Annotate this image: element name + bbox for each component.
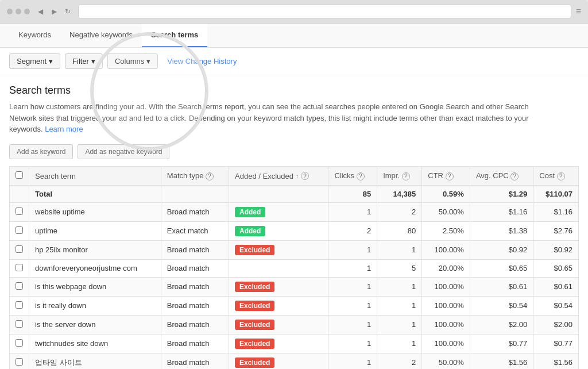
row-clicks: 2 [328, 221, 377, 240]
row-search-term: downforeveryoneorjustme com [29, 259, 161, 277]
row-checkbox[interactable] [16, 282, 23, 290]
row-badge-cell: Added [229, 221, 328, 240]
row-cost: $0.92 [533, 240, 579, 259]
row-impr: 5 [377, 259, 422, 277]
status-badge: Excluded [235, 245, 274, 255]
row-clicks: 1 [328, 240, 377, 259]
row-cost: $0.54 [533, 296, 579, 315]
total-ctr: 0.59% [422, 185, 470, 202]
row-search-term: hp 25iix monitor [29, 240, 161, 259]
nav-back-button[interactable]: ◀ [34, 6, 46, 17]
header-ctr: CTR ? [422, 166, 470, 185]
header-cost: Cost ? [533, 166, 579, 185]
status-badge: Added [235, 226, 265, 236]
header-added-excluded[interactable]: Added / Excluded ↑ ? [229, 166, 328, 185]
row-badge-cell: Excluded [229, 240, 328, 259]
row-clicks: 1 [328, 334, 377, 353]
row-avg-cpc: $0.77 [470, 334, 533, 353]
row-checkbox[interactable] [16, 245, 23, 253]
view-change-history-link[interactable]: View Change History [167, 57, 237, 66]
row-clicks: 1 [328, 202, 377, 221]
total-label: Total [29, 185, 161, 202]
row-cost: $1.56 [533, 353, 579, 369]
segment-label: Segment [17, 57, 47, 66]
menu-icon[interactable]: ≡ [576, 6, 581, 17]
row-match-type: Broad match [161, 259, 229, 277]
row-search-term: twitchnudes site down [29, 334, 161, 353]
row-checkbox[interactable] [16, 264, 23, 271]
table-row: is this webpage downBroad matchExcluded1… [10, 277, 579, 296]
table-row: is the server downBroad matchExcluded111… [10, 315, 579, 334]
row-match-type: Broad match [161, 315, 229, 334]
row-checkbox[interactable] [16, 358, 23, 366]
header-impr: Impr. ? [377, 166, 422, 185]
row-avg-cpc: $0.61 [470, 277, 533, 296]
total-row: Total 85 14,385 0.59% $1.29 $110.07 [10, 185, 579, 202]
tabs-bar: Keywords Negative keywords Search terms [0, 24, 588, 48]
columns-button[interactable]: Columns ▾ [107, 53, 158, 69]
tab-search-terms[interactable]: Search terms [142, 24, 207, 47]
row-search-term: is it really down [29, 296, 161, 315]
address-bar[interactable] [78, 5, 571, 18]
added-excluded-help-icon[interactable]: ? [301, 172, 309, 180]
add-as-keyword-button[interactable]: Add as keyword [9, 144, 73, 159]
row-match-type: Broad match [161, 240, 229, 259]
page-description: Learn how customers are finding your ad.… [9, 101, 549, 135]
nav-forward-button[interactable]: ▶ [48, 6, 60, 17]
header-avg-cpc: Avg. CPC ? [470, 166, 533, 185]
segment-button[interactable]: Segment ▾ [9, 53, 60, 69]
row-avg-cpc: $1.56 [470, 353, 533, 369]
row-cost: $0.65 [533, 259, 579, 277]
header-match-type: Match type ? [161, 166, 229, 185]
row-impr: 1 [377, 296, 422, 315]
row-impr: 80 [377, 221, 422, 240]
row-checkbox[interactable] [16, 207, 23, 215]
avg-cpc-help-icon[interactable]: ? [510, 172, 519, 180]
dot-1 [7, 9, 13, 14]
table-row: is it really downBroad matchExcluded1110… [10, 296, 579, 315]
cost-help-icon[interactable]: ? [557, 172, 565, 180]
filter-label: Filter [72, 57, 89, 66]
header-checkbox-cell [10, 166, 29, 185]
impr-help-icon[interactable]: ? [402, 172, 410, 180]
ctr-help-icon[interactable]: ? [446, 172, 454, 180]
main-content: Search terms Learn how customers are fin… [0, 75, 588, 369]
match-type-help-icon[interactable]: ? [206, 172, 214, 180]
select-all-checkbox[interactable] [16, 171, 23, 179]
row-ctr: 100.00% [422, 315, 470, 334]
toolbar: Segment ▾ Filter ▾ Columns ▾ View Change… [0, 48, 588, 75]
filter-dropdown-icon: ▾ [91, 57, 95, 66]
row-ctr: 100.00% [422, 334, 470, 353]
tab-keywords[interactable]: Keywords [9, 24, 60, 47]
row-checkbox[interactable] [16, 226, 23, 234]
total-clicks: 85 [328, 185, 377, 202]
row-ctr: 100.00% [422, 240, 470, 259]
row-checkbox[interactable] [16, 320, 23, 328]
row-clicks: 1 [328, 296, 377, 315]
learn-more-link[interactable]: Learn more [45, 125, 83, 133]
row-badge-cell: Excluded [229, 277, 328, 296]
row-search-term: is this webpage down [29, 277, 161, 296]
tab-negative-keywords[interactable]: Negative keywords [60, 24, 142, 47]
clicks-help-icon[interactable]: ? [357, 172, 365, 180]
row-checkbox-cell [10, 315, 29, 334]
row-cost: $2.76 [533, 221, 579, 240]
row-search-term: website uptime [29, 202, 161, 221]
row-ctr: 100.00% [422, 277, 470, 296]
row-checkbox[interactable] [16, 301, 23, 309]
total-avg-cpc: $1.29 [470, 185, 533, 202]
row-ctr: 2.50% [422, 221, 470, 240]
row-clicks: 1 [328, 259, 377, 277]
total-badge-cell [229, 185, 328, 202]
add-as-negative-keyword-button[interactable]: Add as negative keyword [78, 144, 169, 159]
status-badge: Excluded [235, 358, 274, 368]
header-search-term: Search term [29, 166, 161, 185]
nav-reload-button[interactable]: ↻ [62, 6, 74, 17]
table-row: twitchnudes site downBroad matchExcluded… [10, 334, 579, 353]
row-search-term: uptime [29, 221, 161, 240]
total-impr: 14,385 [377, 185, 422, 202]
filter-button[interactable]: Filter ▾ [65, 53, 103, 69]
row-checkbox-cell [10, 334, 29, 353]
row-checkbox[interactable] [16, 339, 23, 347]
row-avg-cpc: $0.92 [470, 240, 533, 259]
